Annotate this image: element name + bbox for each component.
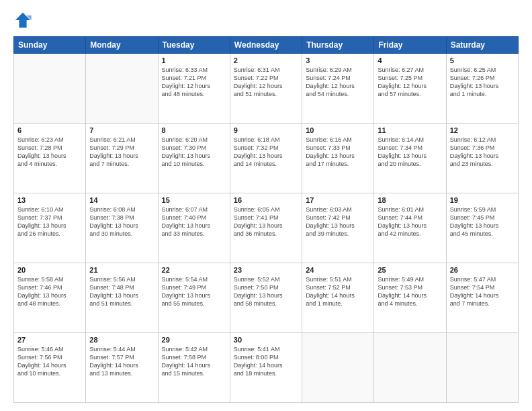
day-info: Sunrise: 6:23 AM Sunset: 7:28 PM Dayligh… [17,136,82,169]
calendar-header-friday: Friday [374,37,446,54]
day-info: Sunrise: 6:27 AM Sunset: 7:25 PM Dayligh… [378,66,442,99]
day-number: 11 [378,126,442,134]
day-info: Sunrise: 5:49 AM Sunset: 7:53 PM Dayligh… [378,275,442,308]
calendar-cell: 30Sunrise: 5:41 AM Sunset: 8:00 PM Dayli… [230,333,302,403]
day-number: 1 [162,56,226,64]
day-info: Sunrise: 6:25 AM Sunset: 7:26 PM Dayligh… [450,66,515,99]
day-info: Sunrise: 6:31 AM Sunset: 7:22 PM Dayligh… [234,66,298,99]
day-number: 16 [234,196,298,204]
calendar-cell: 15Sunrise: 6:07 AM Sunset: 7:40 PM Dayli… [158,193,230,263]
calendar-cell: 10Sunrise: 6:16 AM Sunset: 7:33 PM Dayli… [302,124,374,193]
day-number: 21 [89,266,154,274]
calendar-cell: 13Sunrise: 6:10 AM Sunset: 7:37 PM Dayli… [14,193,86,263]
calendar-cell: 27Sunrise: 5:46 AM Sunset: 7:56 PM Dayli… [14,333,86,403]
day-number: 7 [89,126,154,134]
calendar-cell: 9Sunrise: 6:18 AM Sunset: 7:32 PM Daylig… [230,124,302,193]
calendar-week-row: 1Sunrise: 6:33 AM Sunset: 7:21 PM Daylig… [14,54,519,124]
calendar-header-row: SundayMondayTuesdayWednesdayThursdayFrid… [14,37,519,54]
calendar-cell [14,54,86,124]
calendar-cell: 23Sunrise: 5:52 AM Sunset: 7:50 PM Dayli… [230,263,302,333]
day-info: Sunrise: 6:29 AM Sunset: 7:24 PM Dayligh… [306,66,370,99]
calendar-cell: 25Sunrise: 5:49 AM Sunset: 7:53 PM Dayli… [374,263,446,333]
day-number: 14 [89,196,154,204]
day-number: 27 [17,336,82,344]
day-number: 24 [306,266,370,274]
day-number: 5 [450,56,515,64]
calendar-cell: 11Sunrise: 6:14 AM Sunset: 7:34 PM Dayli… [374,124,446,193]
calendar-cell [374,333,446,403]
calendar-header-monday: Monday [86,37,158,54]
calendar-header-tuesday: Tuesday [158,37,230,54]
day-number: 9 [234,126,298,134]
calendar-cell: 22Sunrise: 5:54 AM Sunset: 7:49 PM Dayli… [158,263,230,333]
day-info: Sunrise: 6:18 AM Sunset: 7:32 PM Dayligh… [234,136,298,169]
calendar-cell: 19Sunrise: 5:59 AM Sunset: 7:45 PM Dayli… [446,193,518,263]
day-info: Sunrise: 6:10 AM Sunset: 7:37 PM Dayligh… [17,205,82,238]
calendar-cell: 8Sunrise: 6:20 AM Sunset: 7:30 PM Daylig… [158,124,230,193]
calendar-header-sunday: Sunday [14,37,86,54]
day-number: 23 [234,266,298,274]
calendar-cell [302,333,374,403]
calendar-cell: 5Sunrise: 6:25 AM Sunset: 7:26 PM Daylig… [446,54,518,124]
calendar-cell: 29Sunrise: 5:42 AM Sunset: 7:58 PM Dayli… [158,333,230,403]
day-number: 2 [234,56,298,64]
day-info: Sunrise: 6:20 AM Sunset: 7:30 PM Dayligh… [162,136,226,169]
day-info: Sunrise: 6:16 AM Sunset: 7:33 PM Dayligh… [306,136,370,169]
calendar-cell: 2Sunrise: 6:31 AM Sunset: 7:22 PM Daylig… [230,54,302,124]
logo-icon [13,11,32,30]
calendar-cell: 1Sunrise: 6:33 AM Sunset: 7:21 PM Daylig… [158,54,230,124]
calendar-cell: 6Sunrise: 6:23 AM Sunset: 7:28 PM Daylig… [14,124,86,193]
day-number: 10 [306,126,370,134]
day-number: 15 [162,196,226,204]
day-info: Sunrise: 6:01 AM Sunset: 7:44 PM Dayligh… [378,205,442,238]
day-info: Sunrise: 6:21 AM Sunset: 7:29 PM Dayligh… [89,136,154,169]
day-number: 22 [162,266,226,274]
calendar-cell: 18Sunrise: 6:01 AM Sunset: 7:44 PM Dayli… [374,193,446,263]
calendar-header-thursday: Thursday [302,37,374,54]
calendar-cell [446,333,518,403]
day-number: 19 [450,196,515,204]
day-number: 12 [450,126,515,134]
calendar-cell: 17Sunrise: 6:03 AM Sunset: 7:42 PM Dayli… [302,193,374,263]
calendar-cell: 28Sunrise: 5:44 AM Sunset: 7:57 PM Dayli… [86,333,158,403]
day-info: Sunrise: 5:44 AM Sunset: 7:57 PM Dayligh… [89,345,154,378]
day-number: 17 [306,196,370,204]
day-info: Sunrise: 6:33 AM Sunset: 7:21 PM Dayligh… [162,66,226,99]
calendar-week-row: 13Sunrise: 6:10 AM Sunset: 7:37 PM Dayli… [14,193,519,263]
page: SundayMondayTuesdayWednesdayThursdayFrid… [0,0,532,411]
calendar-cell: 4Sunrise: 6:27 AM Sunset: 7:25 PM Daylig… [374,54,446,124]
day-info: Sunrise: 5:52 AM Sunset: 7:50 PM Dayligh… [234,275,298,308]
calendar-header-wednesday: Wednesday [230,37,302,54]
header [13,11,519,30]
calendar-cell: 7Sunrise: 6:21 AM Sunset: 7:29 PM Daylig… [86,124,158,193]
calendar-cell: 24Sunrise: 5:51 AM Sunset: 7:52 PM Dayli… [302,263,374,333]
day-number: 4 [378,56,442,64]
calendar-cell: 26Sunrise: 5:47 AM Sunset: 7:54 PM Dayli… [446,263,518,333]
day-info: Sunrise: 6:07 AM Sunset: 7:40 PM Dayligh… [162,205,226,238]
calendar-cell: 16Sunrise: 6:05 AM Sunset: 7:41 PM Dayli… [230,193,302,263]
calendar-cell: 3Sunrise: 6:29 AM Sunset: 7:24 PM Daylig… [302,54,374,124]
svg-marker-0 [15,13,30,28]
day-number: 26 [450,266,515,274]
day-info: Sunrise: 5:51 AM Sunset: 7:52 PM Dayligh… [306,275,370,308]
calendar-cell: 14Sunrise: 6:08 AM Sunset: 7:38 PM Dayli… [86,193,158,263]
day-number: 3 [306,56,370,64]
day-info: Sunrise: 6:05 AM Sunset: 7:41 PM Dayligh… [234,205,298,238]
day-number: 8 [162,126,226,134]
calendar-cell [86,54,158,124]
day-info: Sunrise: 6:03 AM Sunset: 7:42 PM Dayligh… [306,205,370,238]
day-info: Sunrise: 6:14 AM Sunset: 7:34 PM Dayligh… [378,136,442,169]
calendar-cell: 21Sunrise: 5:56 AM Sunset: 7:48 PM Dayli… [86,263,158,333]
day-number: 20 [17,266,82,274]
day-number: 29 [162,336,226,344]
day-info: Sunrise: 6:12 AM Sunset: 7:36 PM Dayligh… [450,136,515,169]
day-info: Sunrise: 5:56 AM Sunset: 7:48 PM Dayligh… [89,275,154,308]
calendar-cell: 20Sunrise: 5:58 AM Sunset: 7:46 PM Dayli… [14,263,86,333]
day-info: Sunrise: 5:59 AM Sunset: 7:45 PM Dayligh… [450,205,515,238]
calendar-table: SundayMondayTuesdayWednesdayThursdayFrid… [13,36,519,403]
day-number: 30 [234,336,298,344]
day-info: Sunrise: 5:58 AM Sunset: 7:46 PM Dayligh… [17,275,82,308]
day-info: Sunrise: 5:54 AM Sunset: 7:49 PM Dayligh… [162,275,226,308]
calendar-week-row: 27Sunrise: 5:46 AM Sunset: 7:56 PM Dayli… [14,333,519,403]
calendar-header-saturday: Saturday [446,37,518,54]
